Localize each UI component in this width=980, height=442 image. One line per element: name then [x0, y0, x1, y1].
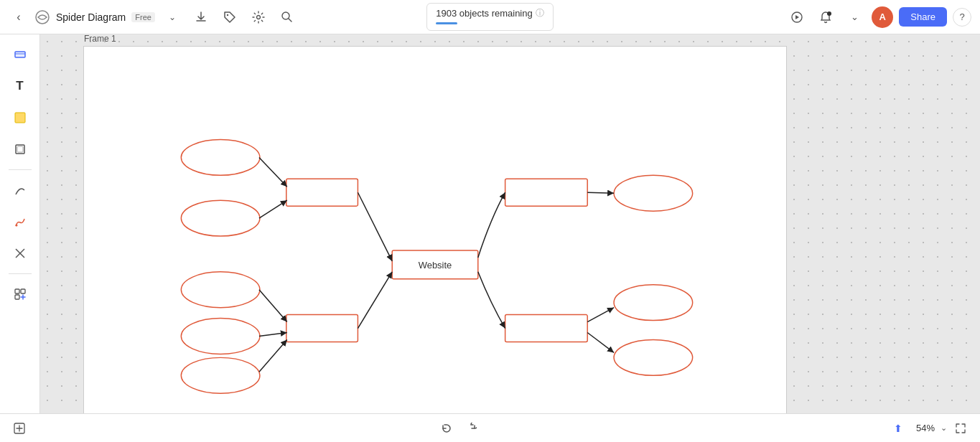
svg-rect-20	[505, 179, 588, 206]
zoom-level: 54%	[912, 421, 939, 435]
svg-rect-6	[15, 113, 25, 123]
search-button[interactable]	[276, 6, 299, 29]
svg-rect-14	[15, 295, 19, 299]
bottombar-center	[436, 418, 482, 439]
svg-rect-5	[15, 52, 25, 57]
zoom-chevron-icon: ⌄	[941, 423, 947, 433]
fit-view-button[interactable]	[950, 418, 971, 439]
sidebar-more-button[interactable]	[6, 280, 34, 309]
frame-label: Frame 1	[84, 34, 116, 44]
svg-point-24	[181, 319, 260, 354]
svg-point-1	[227, 14, 228, 15]
svg-rect-13	[21, 289, 25, 293]
zoom-control[interactable]: 54% ⌄	[912, 421, 947, 435]
svg-text:Website: Website	[419, 260, 452, 271]
topbar-center: 1903 objects remaining ⓘ	[426, 3, 553, 31]
sidebar-line-button[interactable]	[6, 176, 34, 204]
svg-point-21	[614, 175, 693, 211]
sidebar-shapes-button[interactable]	[6, 40, 34, 69]
app-title: Spider Diagram	[56, 11, 126, 23]
svg-point-23	[181, 272, 260, 308]
tag-button[interactable]	[218, 6, 241, 29]
app-menu-button[interactable]: ⌄	[161, 6, 184, 29]
notification-button[interactable]	[814, 6, 837, 29]
notification-button-container	[814, 6, 837, 29]
sidebar-text-button[interactable]: T	[6, 72, 34, 100]
sidebar-draw-button[interactable]	[6, 207, 34, 236]
svg-rect-17	[286, 179, 358, 206]
help-button[interactable]: ?	[953, 8, 971, 27]
svg-rect-8	[17, 146, 23, 152]
svg-point-25	[181, 357, 260, 393]
svg-rect-26	[505, 315, 588, 342]
sidebar-divider-2	[9, 273, 32, 274]
main-area: T	[0, 34, 980, 413]
svg-point-3	[282, 12, 289, 19]
objects-progress-bar	[436, 22, 457, 24]
left-sidebar: T	[0, 34, 40, 413]
sidebar-sticky-button[interactable]	[6, 103, 34, 132]
svg-point-9	[15, 225, 17, 227]
bottombar-left	[9, 418, 30, 439]
svg-point-28	[614, 339, 693, 375]
topbar-right: ⌄ A Share ?	[559, 6, 971, 29]
bottombar: ⬆ 54% ⌄	[0, 413, 980, 442]
svg-rect-12	[15, 289, 19, 293]
add-page-button[interactable]	[9, 418, 30, 439]
svg-point-2	[256, 15, 260, 19]
avatar[interactable]: A	[872, 6, 893, 28]
svg-point-19	[181, 200, 260, 236]
sidebar-frame-button[interactable]	[6, 135, 34, 164]
bottombar-right: ⬆ 54% ⌄	[887, 418, 971, 439]
canvas-area[interactable]: Frame 1 Website	[40, 34, 980, 413]
svg-point-18	[181, 140, 260, 176]
export-button[interactable]	[190, 6, 213, 29]
diagram-frame: Frame 1 Website	[83, 46, 787, 413]
svg-rect-22	[286, 315, 358, 342]
notification-dot	[827, 11, 831, 16]
settings-button[interactable]	[247, 6, 270, 29]
cursor-button[interactable]: ⬆	[887, 418, 909, 439]
topbar-left: ‹ Spider Diagram Free ⌄	[9, 6, 421, 29]
objects-remaining-badge: 1903 objects remaining ⓘ	[426, 3, 553, 31]
sidebar-divider-1	[9, 169, 32, 170]
present-button[interactable]	[785, 6, 808, 29]
undo-button[interactable]	[436, 418, 457, 439]
objects-info-icon: ⓘ	[536, 7, 544, 19]
share-button[interactable]: Share	[899, 7, 947, 27]
objects-remaining-text: 1903 objects remaining	[436, 8, 532, 19]
back-button[interactable]: ‹	[9, 7, 29, 27]
app-icon	[34, 9, 50, 25]
plan-badge: Free	[131, 12, 155, 22]
redo-button[interactable]	[460, 418, 482, 439]
svg-point-27	[614, 285, 693, 321]
topbar: ‹ Spider Diagram Free ⌄	[0, 0, 980, 34]
apps-button[interactable]: ⌄	[843, 6, 866, 29]
sidebar-eraser-button[interactable]	[6, 239, 34, 268]
spider-diagram-svg: Website	[84, 47, 786, 413]
